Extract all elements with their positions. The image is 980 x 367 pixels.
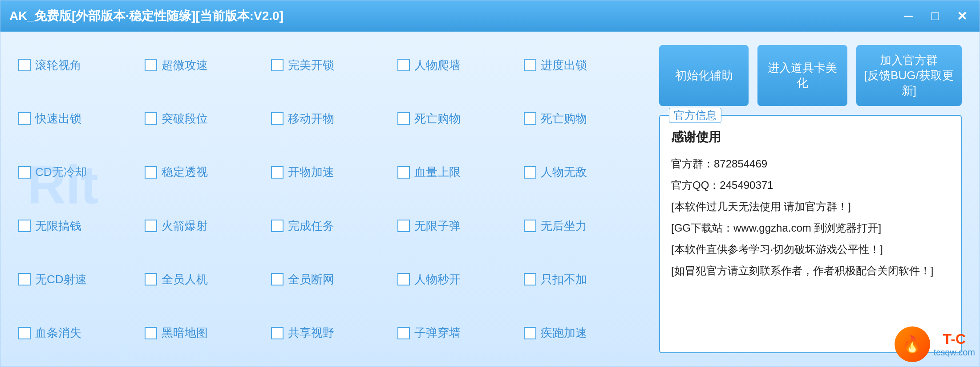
info-thank-you: 感谢使用	[671, 125, 950, 150]
checkbox-label: 突破段位	[162, 111, 208, 126]
checkbox-label: 快速出锁	[35, 111, 81, 126]
title-bar-buttons: ─ □ ✕	[899, 9, 971, 24]
checkbox-box[interactable]	[18, 166, 31, 179]
checkbox-item[interactable]: 黑暗地图	[145, 313, 262, 353]
checkbox-box[interactable]	[524, 273, 536, 285]
left-panel: 滚轮视角超微攻速完美开锁人物爬墙进度出锁快速出锁突破段位移动开物死亡购物死亡购物…	[18, 45, 641, 353]
close-button[interactable]: ✕	[953, 9, 971, 24]
checkbox-box[interactable]	[397, 327, 410, 339]
info-notice2: [GG下载站：www.ggzha.com 到浏览器打开]	[671, 217, 950, 239]
checkbox-box[interactable]	[18, 59, 31, 71]
checkbox-box[interactable]	[145, 112, 157, 125]
logo-brand: T-C	[943, 331, 966, 347]
checkbox-item[interactable]: 快速出锁	[18, 98, 136, 139]
checkbox-item[interactable]: 疾跑加速	[524, 313, 641, 353]
checkbox-box[interactable]	[18, 112, 31, 125]
minimize-button[interactable]: ─	[899, 9, 917, 23]
right-panel: 初始化辅助 进入道具卡美化 加入官方群 [反馈BUG/获取更 新] 官方信息 感…	[659, 45, 962, 353]
checkbox-item[interactable]: 进度出锁	[524, 45, 641, 85]
checkbox-label: 死亡购物	[414, 111, 461, 126]
checkbox-item[interactable]: 无限搞钱	[18, 206, 136, 246]
checkbox-box[interactable]	[397, 220, 410, 232]
checkbox-box[interactable]	[397, 166, 410, 179]
checkbox-box[interactable]	[18, 220, 31, 232]
checkbox-item[interactable]: 完美开锁	[271, 45, 389, 85]
buttons-row: 初始化辅助 进入道具卡美化 加入官方群 [反馈BUG/获取更 新]	[659, 45, 962, 106]
skin-button[interactable]: 进入道具卡美化	[757, 45, 847, 106]
checkbox-box[interactable]	[271, 220, 283, 232]
checkbox-item[interactable]: 超微攻速	[145, 45, 262, 85]
checkbox-label: 黑暗地图	[162, 325, 208, 341]
maximize-button[interactable]: □	[926, 9, 944, 23]
checkbox-label: 移动开物	[288, 111, 334, 126]
checkbox-item[interactable]: 血条消失	[18, 313, 136, 353]
checkbox-item[interactable]: CD无冷却	[18, 152, 136, 192]
checkbox-item[interactable]: 人物秒开	[397, 259, 515, 299]
checkbox-item[interactable]: 人物爬墙	[397, 45, 515, 85]
checkbox-box[interactable]	[397, 59, 410, 71]
checkbox-box[interactable]	[145, 273, 157, 285]
checkbox-box[interactable]	[145, 327, 157, 339]
checkbox-box[interactable]	[397, 112, 410, 125]
checkbox-box[interactable]	[18, 273, 31, 285]
checkbox-item[interactable]: 共享视野	[271, 313, 389, 353]
group-button[interactable]: 加入官方群 [反馈BUG/获取更 新]	[856, 45, 962, 106]
checkbox-label: 稳定透视	[162, 164, 208, 180]
checkbox-label: 全员断网	[288, 272, 334, 287]
checkbox-box[interactable]	[524, 112, 536, 125]
checkbox-box[interactable]	[397, 273, 410, 285]
checkbox-label: 无后坐力	[541, 218, 587, 234]
checkbox-label: CD无冷却	[35, 164, 87, 180]
checkbox-item[interactable]: 滚轮视角	[18, 45, 136, 85]
info-box-title: 官方信息	[669, 108, 721, 123]
checkbox-item[interactable]: 无限子弹	[397, 206, 515, 246]
checkbox-label: 血量上限	[414, 164, 461, 180]
logo-text-group: T-C tcsqw.com	[934, 331, 975, 358]
checkbox-item[interactable]: 只扣不加	[524, 259, 641, 299]
checkbox-item[interactable]: 移动开物	[271, 98, 389, 139]
checkbox-item[interactable]: 突破段位	[145, 98, 262, 139]
checkbox-box[interactable]	[271, 273, 283, 285]
checkbox-item[interactable]: 死亡购物	[524, 98, 641, 139]
checkbox-box[interactable]	[271, 166, 283, 179]
checkbox-box[interactable]	[524, 166, 536, 179]
checkbox-box[interactable]	[524, 327, 536, 339]
checkbox-item[interactable]: 全员人机	[145, 259, 262, 299]
checkbox-item[interactable]: 完成任务	[271, 206, 389, 246]
init-button[interactable]: 初始化辅助	[659, 45, 749, 106]
checkbox-box[interactable]	[18, 327, 31, 339]
checkbox-label: 死亡购物	[541, 111, 587, 126]
checkbox-item[interactable]: 全员断网	[271, 259, 389, 299]
info-notice3: [本软件直供参考学习·切勿破坏游戏公平性！]	[671, 239, 950, 260]
checkbox-box[interactable]	[145, 220, 157, 232]
logo-area: 🔥 T-C tcsqw.com	[895, 326, 975, 362]
checkbox-label: 人物秒开	[414, 272, 461, 287]
main-content: Rit 滚轮视角超微攻速完美开锁人物爬墙进度出锁快速出锁突破段位移动开物死亡购物…	[0, 32, 980, 367]
checkbox-item[interactable]: 子弹穿墙	[397, 313, 515, 353]
info-qq: 官方QQ：245490371	[671, 175, 950, 196]
checkbox-item[interactable]: 稳定透视	[145, 152, 262, 192]
checkbox-item[interactable]: 开物加速	[271, 152, 389, 192]
checkbox-box[interactable]	[145, 166, 157, 179]
checkbox-box[interactable]	[271, 59, 283, 71]
checkbox-item[interactable]: 无CD射速	[18, 259, 136, 299]
checkbox-label: 人物无敌	[541, 164, 587, 180]
checkbox-box[interactable]	[145, 59, 157, 71]
checkbox-item[interactable]: 火箭爆射	[145, 206, 262, 246]
checkbox-grid: 滚轮视角超微攻速完美开锁人物爬墙进度出锁快速出锁突破段位移动开物死亡购物死亡购物…	[18, 45, 641, 353]
checkbox-label: 只扣不加	[541, 272, 587, 287]
checkbox-box[interactable]	[524, 59, 536, 71]
checkbox-label: 疾跑加速	[541, 325, 587, 341]
logo-icon: 🔥	[895, 326, 930, 362]
info-qq-group: 官方群：872854469	[671, 153, 950, 175]
checkbox-box[interactable]	[271, 112, 283, 125]
checkbox-item[interactable]: 人物无敌	[524, 152, 641, 192]
checkbox-label: 超微攻速	[162, 57, 208, 73]
checkbox-item[interactable]: 血量上限	[397, 152, 515, 192]
main-window: AK_免费版[外部版本·稳定性随缘][当前版本:V2.0] ─ □ ✕ Rit …	[0, 0, 980, 367]
checkbox-item[interactable]: 死亡购物	[397, 98, 515, 139]
checkbox-item[interactable]: 无后坐力	[524, 206, 641, 246]
checkbox-label: 子弹穿墙	[414, 325, 461, 341]
checkbox-box[interactable]	[524, 220, 536, 232]
checkbox-box[interactable]	[271, 327, 283, 339]
